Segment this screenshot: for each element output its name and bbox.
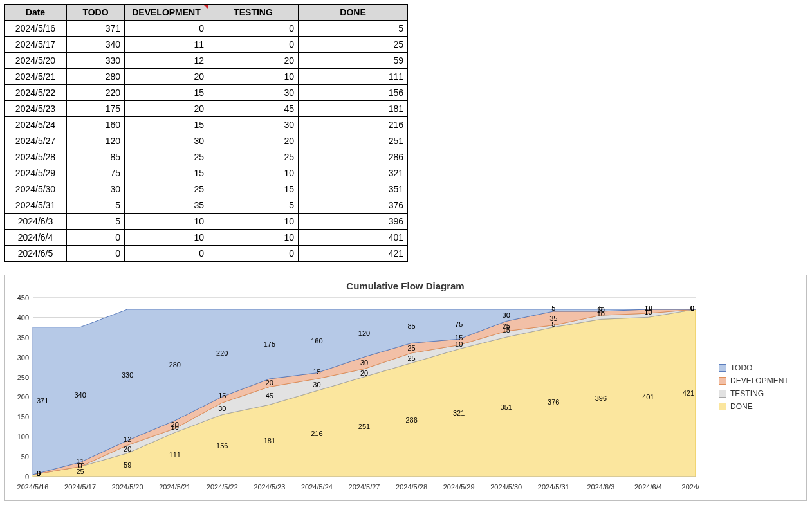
- cell-value[interactable]: 15: [125, 85, 208, 101]
- cell-date[interactable]: 2024/6/3: [5, 214, 67, 230]
- cell-value[interactable]: 20: [208, 133, 299, 149]
- table-row[interactable]: 2024/5/1734011025: [5, 37, 408, 53]
- table-row[interactable]: 2024/5/20330122059: [5, 53, 408, 69]
- cell-value[interactable]: 111: [299, 69, 408, 85]
- cell-value[interactable]: 11: [125, 37, 208, 53]
- cell-value[interactable]: 0: [125, 246, 208, 262]
- cell-value[interactable]: 25: [125, 181, 208, 197]
- col-header-todo[interactable]: TODO: [67, 5, 125, 21]
- col-header-development[interactable]: DEVELOPMENT: [125, 5, 208, 21]
- cell-value[interactable]: 20: [125, 69, 208, 85]
- cell-value[interactable]: 25: [299, 37, 408, 53]
- cell-value[interactable]: 5: [299, 21, 408, 37]
- data-table[interactable]: DateTODODEVELOPMENTTESTINGDONE 2024/5/16…: [4, 4, 408, 262]
- col-header-testing[interactable]: TESTING: [208, 5, 299, 21]
- table-row[interactable]: 2024/5/16371005: [5, 21, 408, 37]
- cell-value[interactable]: 0: [125, 21, 208, 37]
- cell-value[interactable]: 20: [125, 101, 208, 117]
- cell-value[interactable]: 12: [125, 53, 208, 69]
- cell-value[interactable]: 20: [208, 53, 299, 69]
- table-row[interactable]: 2024/5/241601530216: [5, 117, 408, 133]
- cell-date[interactable]: 2024/5/23: [5, 101, 67, 117]
- cell-value[interactable]: 251: [299, 133, 408, 149]
- cell-value[interactable]: 160: [67, 117, 125, 133]
- cell-value[interactable]: 10: [208, 165, 299, 181]
- table-row[interactable]: 2024/5/315355376: [5, 197, 408, 214]
- legend-item-testing[interactable]: TESTING: [719, 389, 789, 398]
- cell-date[interactable]: 2024/6/4: [5, 230, 67, 246]
- cell-value[interactable]: 5: [208, 197, 299, 214]
- cell-value[interactable]: 396: [299, 214, 408, 230]
- cell-value[interactable]: 220: [67, 85, 125, 101]
- cell-value[interactable]: 30: [67, 181, 125, 197]
- cell-value[interactable]: 181: [299, 101, 408, 117]
- cell-value[interactable]: 0: [67, 230, 125, 246]
- cell-date[interactable]: 2024/5/29: [5, 165, 67, 181]
- cell-date[interactable]: 2024/5/20: [5, 53, 67, 69]
- cell-value[interactable]: 15: [125, 117, 208, 133]
- cell-value[interactable]: 0: [208, 21, 299, 37]
- cell-value[interactable]: 0: [67, 246, 125, 262]
- table-row[interactable]: 2024/5/271203020251: [5, 133, 408, 149]
- comment-indicator-icon[interactable]: [203, 5, 208, 9]
- cell-value[interactable]: 25: [208, 149, 299, 165]
- cell-date[interactable]: 2024/5/16: [5, 21, 67, 37]
- cell-value[interactable]: 59: [299, 53, 408, 69]
- cell-value[interactable]: 156: [299, 85, 408, 101]
- cell-value[interactable]: 175: [67, 101, 125, 117]
- cell-value[interactable]: 15: [208, 181, 299, 197]
- cell-value[interactable]: 120: [67, 133, 125, 149]
- cell-value[interactable]: 75: [67, 165, 125, 181]
- cell-value[interactable]: 30: [125, 133, 208, 149]
- cell-value[interactable]: 280: [67, 69, 125, 85]
- cell-value[interactable]: 15: [125, 165, 208, 181]
- table-row[interactable]: 2024/5/29751510321: [5, 165, 408, 181]
- cell-value[interactable]: 321: [299, 165, 408, 181]
- cell-value[interactable]: 216: [299, 117, 408, 133]
- cell-value[interactable]: 0: [208, 37, 299, 53]
- cell-value[interactable]: 421: [299, 246, 408, 262]
- table-row[interactable]: 2024/5/30302515351: [5, 181, 408, 197]
- cell-value[interactable]: 85: [67, 149, 125, 165]
- cell-value[interactable]: 330: [67, 53, 125, 69]
- cell-date[interactable]: 2024/5/27: [5, 133, 67, 149]
- cell-date[interactable]: 2024/5/31: [5, 197, 67, 214]
- table-row[interactable]: 2024/5/222201530156: [5, 85, 408, 101]
- cell-date[interactable]: 2024/5/21: [5, 69, 67, 85]
- col-header-date[interactable]: Date: [5, 5, 67, 21]
- cell-value[interactable]: 10: [208, 214, 299, 230]
- cell-value[interactable]: 10: [125, 230, 208, 246]
- table-row[interactable]: 2024/5/28852525286: [5, 149, 408, 165]
- cell-date[interactable]: 2024/5/17: [5, 37, 67, 53]
- cell-value[interactable]: 371: [67, 21, 125, 37]
- cell-value[interactable]: 10: [125, 214, 208, 230]
- cell-value[interactable]: 5: [67, 197, 125, 214]
- cell-date[interactable]: 2024/5/24: [5, 117, 67, 133]
- cell-value[interactable]: 0: [208, 246, 299, 262]
- cell-value[interactable]: 30: [208, 117, 299, 133]
- cell-value[interactable]: 376: [299, 197, 408, 214]
- table-row[interactable]: 2024/6/401010401: [5, 230, 408, 246]
- table-row[interactable]: 2024/6/351010396: [5, 214, 408, 230]
- cell-value[interactable]: 5: [67, 214, 125, 230]
- cell-value[interactable]: 401: [299, 230, 408, 246]
- legend-item-done[interactable]: DONE: [719, 402, 789, 411]
- cell-value[interactable]: 351: [299, 181, 408, 197]
- cell-value[interactable]: 25: [125, 149, 208, 165]
- cell-value[interactable]: 286: [299, 149, 408, 165]
- col-header-done[interactable]: DONE: [299, 5, 408, 21]
- cell-date[interactable]: 2024/5/22: [5, 85, 67, 101]
- cell-value[interactable]: 45: [208, 101, 299, 117]
- table-row[interactable]: 2024/6/5000421: [5, 246, 408, 262]
- cell-value[interactable]: 30: [208, 85, 299, 101]
- legend-item-todo[interactable]: TODO: [719, 363, 789, 372]
- cell-value[interactable]: 10: [208, 69, 299, 85]
- table-row[interactable]: 2024/5/231752045181: [5, 101, 408, 117]
- table-row[interactable]: 2024/5/212802010111: [5, 69, 408, 85]
- legend-item-development[interactable]: DEVELOPMENT: [719, 376, 789, 385]
- cell-value[interactable]: 35: [125, 197, 208, 214]
- cell-date[interactable]: 2024/6/5: [5, 246, 67, 262]
- cell-value[interactable]: 10: [208, 230, 299, 246]
- cell-value[interactable]: 340: [67, 37, 125, 53]
- cell-date[interactable]: 2024/5/30: [5, 181, 67, 197]
